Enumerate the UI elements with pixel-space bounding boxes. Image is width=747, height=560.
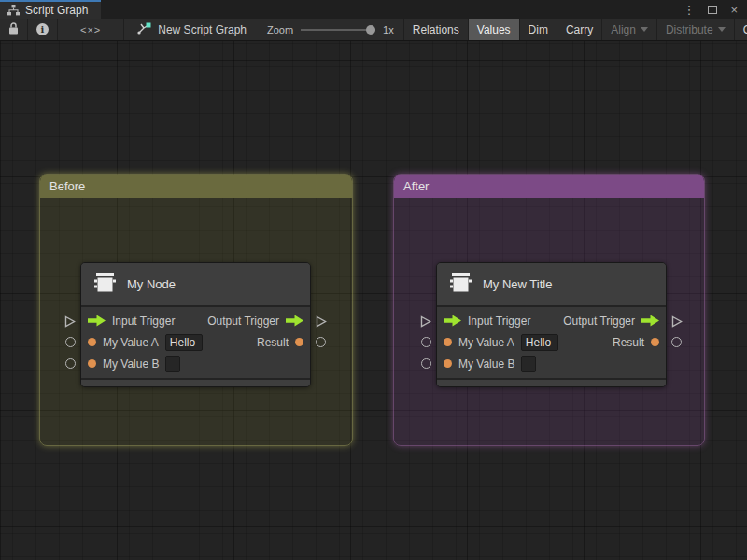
button-label: Values <box>477 23 511 36</box>
port-row-value-a: My Value A Result <box>437 331 666 353</box>
maximize-icon[interactable] <box>708 6 717 14</box>
input-trigger-connect-marker[interactable] <box>64 315 76 331</box>
port-label: My Value A <box>103 336 159 349</box>
result-connect-marker[interactable] <box>316 337 326 347</box>
port-row-triggers: Input Trigger Output Trigger <box>81 310 310 331</box>
port-label: Result <box>613 336 644 349</box>
input-trigger-port[interactable]: Input Trigger <box>88 315 175 328</box>
value-b-input[interactable] <box>521 356 536 372</box>
port-label: Output Trigger <box>207 315 279 328</box>
window-controls: ⋮ × <box>683 0 747 19</box>
value-port-icon <box>651 338 659 346</box>
node-header[interactable]: My Node <box>81 263 310 307</box>
group-after-header[interactable]: After <box>394 175 704 198</box>
value-a-port[interactable]: My Value A <box>444 334 558 351</box>
output-trigger-port[interactable]: Output Trigger <box>563 315 659 328</box>
code-icon: <×> <box>80 24 101 35</box>
port-label: My Value A <box>458 336 514 349</box>
input-trigger-connect-marker[interactable] <box>420 315 431 331</box>
node-body: Input Trigger Output Trigger My Value A <box>437 307 666 378</box>
value-a-input[interactable] <box>165 334 203 351</box>
chevron-down-icon <box>641 27 648 32</box>
output-trigger-port[interactable]: Output Trigger <box>207 315 303 328</box>
toolbar-button-dim[interactable]: Dim <box>519 19 557 40</box>
value-port-icon <box>88 359 96 368</box>
output-trigger-connect-marker[interactable] <box>316 315 327 331</box>
hierarchy-graph-icon <box>7 5 20 16</box>
trigger-arrow-icon <box>444 315 461 327</box>
node-header[interactable]: My New Title <box>437 263 666 307</box>
port-row-value-b: My Value B <box>81 353 310 374</box>
port-label: Input Trigger <box>112 315 175 328</box>
button-label: Carry <box>566 23 593 36</box>
node-footer <box>81 378 310 386</box>
edit-script-button[interactable]: <×> <box>58 19 124 40</box>
port-row-triggers: Input Trigger Output Trigger <box>437 310 666 331</box>
zoom-slider[interactable] <box>301 25 375 35</box>
graph-canvas[interactable]: Before After <box>0 41 747 560</box>
button-label: Distribute <box>666 23 713 36</box>
toolbar-button-overview[interactable]: Overview <box>734 19 747 40</box>
node-my-node[interactable]: My Node Input Trigger Output Trigger <box>80 262 311 387</box>
port-label: My Value B <box>458 357 514 371</box>
menu-icon[interactable]: ⋮ <box>683 4 695 16</box>
close-icon[interactable]: × <box>730 4 738 16</box>
value-b-port[interactable]: My Value B <box>444 356 536 372</box>
tab-title: Script Graph <box>25 4 88 17</box>
group-label: Before <box>49 179 85 193</box>
graph-toolbar: i <×> New Script Graph Zoom 1x <box>0 19 747 41</box>
value-port-icon <box>88 338 96 346</box>
tab-script-graph[interactable]: Script Graph <box>0 0 101 19</box>
node-body: Input Trigger Output Trigger My Value A <box>81 307 310 378</box>
zoom-slider-track[interactable] <box>301 29 375 31</box>
value-a-port[interactable]: My Value A <box>88 334 203 351</box>
tab-bar: Script Graph ⋮ × <box>0 0 747 19</box>
toolbar-button-align[interactable]: Align <box>601 19 656 40</box>
port-label: Output Trigger <box>563 315 635 328</box>
value-port-icon <box>444 359 452 368</box>
result-port[interactable]: Result <box>257 336 303 349</box>
node-title: My New Title <box>483 277 552 291</box>
toolbar-button-carry[interactable]: Carry <box>557 19 601 40</box>
value-port-icon <box>444 338 452 346</box>
graph-name-button[interactable]: New Script Graph <box>124 19 258 40</box>
group-before-header[interactable]: Before <box>40 175 352 198</box>
node-my-new-title[interactable]: My New Title Input Trigger Output Trigge… <box>436 262 667 387</box>
result-port[interactable]: Result <box>613 336 659 349</box>
node-footer <box>437 378 666 386</box>
result-connect-marker[interactable] <box>671 337 682 347</box>
toolbar-button-relations[interactable]: Relations <box>403 19 468 40</box>
value-a-connect-marker[interactable] <box>65 337 76 347</box>
value-a-input[interactable] <box>521 334 558 351</box>
port-label: Result <box>257 336 289 349</box>
trigger-arrow-icon <box>88 315 106 327</box>
input-trigger-port[interactable]: Input Trigger <box>444 315 530 328</box>
info-button[interactable]: i <box>28 19 58 40</box>
value-b-input[interactable] <box>165 356 180 372</box>
info-icon: i <box>36 23 49 35</box>
lock-button[interactable] <box>0 19 28 40</box>
toolbar-button-distribute[interactable]: Distribute <box>656 19 734 40</box>
unit-icon <box>448 271 472 299</box>
value-b-connect-marker[interactable] <box>421 358 431 369</box>
chevron-down-icon <box>718 27 726 32</box>
zoom-slider-handle[interactable] <box>366 25 375 35</box>
output-trigger-connect-marker[interactable] <box>671 315 683 331</box>
value-a-connect-marker[interactable] <box>421 337 431 347</box>
lock-icon <box>8 22 19 37</box>
node-title: My Node <box>127 277 176 291</box>
script-graph-window: Script Graph ⋮ × i <×> <box>0 0 747 560</box>
port-row-value-b: My Value B <box>437 353 666 374</box>
button-label: Dim <box>529 23 548 36</box>
value-port-icon <box>295 338 303 346</box>
trigger-arrow-icon <box>641 315 659 327</box>
button-label: Relations <box>413 23 459 36</box>
unit-icon <box>92 271 117 299</box>
trigger-arrow-icon <box>286 315 303 327</box>
script-graph-asset-icon <box>137 21 151 37</box>
value-b-port[interactable]: My Value B <box>88 356 180 372</box>
toolbar-button-values[interactable]: Values <box>468 19 519 40</box>
port-label: My Value B <box>103 357 159 371</box>
value-b-connect-marker[interactable] <box>65 358 76 369</box>
graph-name-label: New Script Graph <box>158 23 247 36</box>
